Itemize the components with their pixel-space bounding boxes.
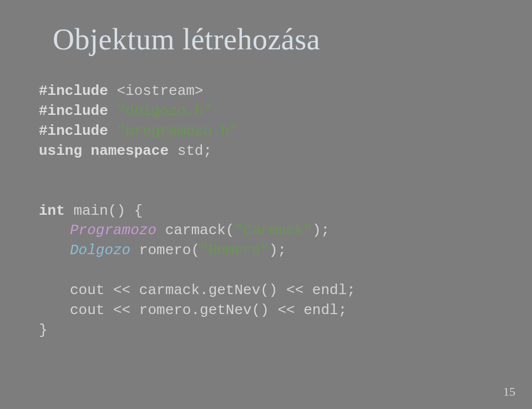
code-line: cout << carmack.getNev() << endl; [39, 281, 499, 301]
include-keyword: #include [39, 83, 108, 99]
include-keyword: #include [39, 123, 108, 139]
type-name: Dolgozo [70, 242, 130, 259]
code-line: #include "dolgozo.h" [39, 102, 499, 122]
code-text: ); [312, 222, 330, 239]
code-text: carmack( [156, 222, 234, 239]
string-literal: "Romero" [200, 242, 269, 259]
code-line: Programozo carmack("Carmack"); [39, 221, 499, 241]
code-line: Dolgozo romero("Romero"); [39, 241, 499, 261]
blank-line [39, 161, 499, 181]
include-arg: "dolgozo.h" [108, 103, 212, 119]
blank-line [39, 261, 499, 281]
code-line: int main() { [39, 201, 499, 221]
slide-title: Objektum létrehozása [53, 22, 499, 57]
code-line: #include "programozo.h" [39, 122, 499, 142]
string-literal: "Carmack" [234, 222, 312, 239]
using-arg: std; [169, 143, 212, 159]
code-text: ); [269, 242, 286, 259]
include-arg: "programozo.h" [108, 123, 238, 139]
main-signature: main() { [65, 203, 143, 219]
code-text: romero( [130, 242, 200, 259]
type-name: Programozo [70, 222, 156, 239]
code-block: #include <iostream> #include "dolgozo.h"… [39, 82, 499, 341]
include-arg: <iostream> [108, 83, 204, 99]
page-number: 15 [503, 385, 515, 399]
code-line: using namespace std; [39, 142, 499, 161]
blank-line [39, 181, 499, 201]
code-line: #include <iostream> [39, 82, 499, 102]
include-keyword: #include [39, 103, 108, 119]
using-keyword: using namespace [39, 143, 169, 159]
code-line: } [39, 321, 499, 341]
int-keyword: int [39, 203, 65, 219]
code-line: cout << romero.getNev() << endl; [39, 301, 499, 321]
slide: Objektum létrehozása #include <iostream>… [0, 0, 532, 409]
